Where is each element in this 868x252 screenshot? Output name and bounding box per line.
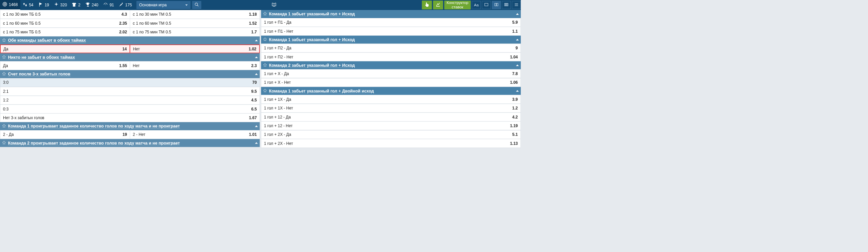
market-header[interactable]: Команда 1 забьет указанный гол + Исход xyxy=(261,10,521,18)
bet-odd: 1.06 xyxy=(510,80,518,85)
collapse-all-button[interactable] xyxy=(512,1,521,9)
layout-3col-icon xyxy=(504,2,508,8)
feature-button-1[interactable] xyxy=(422,1,432,9)
layout-1col-button[interactable] xyxy=(482,1,491,9)
book-button[interactable] xyxy=(270,1,279,9)
markets-content: с 1 по 30 мин ТБ 0.5 4.3 с 1 по 30 мин Т… xyxy=(0,10,521,151)
scope-icon xyxy=(435,2,441,8)
stat-dart[interactable]: 175 xyxy=(117,0,134,10)
bet-odd: 5.9 xyxy=(512,20,518,25)
font-size-control[interactable]: Aa xyxy=(472,1,481,9)
bet-option[interactable]: с 1 по 30 мин ТБ 0.5 4.3 xyxy=(0,10,130,19)
chevron-up-icon xyxy=(255,56,258,58)
market-header[interactable]: Счет после 3-х забитых голов xyxy=(0,70,260,78)
bet-option[interactable]: 2:1 9.5 xyxy=(0,87,260,95)
bet-builder-label: Конструктор ставок xyxy=(447,1,468,9)
bet-option[interactable]: 3:0 70 xyxy=(0,78,260,87)
market-header[interactable]: Команда 1 забьет указанный гол + Исход xyxy=(261,36,521,44)
bet-option[interactable]: 1 гол + Х - Нет 1.06 xyxy=(261,78,521,87)
layout-2col-button[interactable] xyxy=(492,1,501,9)
favorite-star-icon[interactable] xyxy=(263,63,269,68)
market-title: Команда 2 забьет указанный гол + Исход xyxy=(269,63,514,67)
svg-rect-8 xyxy=(506,3,507,6)
dart-icon xyxy=(119,2,124,8)
chevron-up-icon xyxy=(516,39,519,40)
market-header[interactable]: Команда 2 проигрывает заданное количеств… xyxy=(0,139,260,147)
bet-option[interactable]: 2 - Нет 1.01 xyxy=(130,130,260,139)
main-game-dropdown[interactable]: Основная игра xyxy=(136,1,190,9)
bet-option[interactable]: 1 гол + П1 - Нет 1.1 xyxy=(261,27,521,35)
bet-label: 1 гол + 12 - Нет xyxy=(264,124,293,128)
favorite-star-icon[interactable] xyxy=(263,89,269,93)
favorite-star-icon[interactable] xyxy=(2,124,8,129)
stat-value: 240 xyxy=(92,3,98,7)
layout-3col-button[interactable] xyxy=(502,1,511,9)
bet-option[interactable]: 1 гол + П1 - Да 5.9 xyxy=(261,18,521,27)
stat-gauge[interactable]: 91 xyxy=(101,0,117,10)
stat-corner[interactable]: 19 xyxy=(36,0,52,10)
bet-option[interactable]: 1 гол + Х - Да 7.8 xyxy=(261,69,521,78)
bet-option[interactable]: 1 гол + 2Х - Нет 1.13 xyxy=(261,139,521,148)
bet-label: 1 гол + Х - Нет xyxy=(264,80,291,85)
bet-option[interactable]: Да 1.55 xyxy=(0,61,130,70)
favorite-star-icon[interactable] xyxy=(263,37,269,42)
bet-option[interactable]: 1 гол + 12 - Да 4.2 xyxy=(261,113,521,121)
bet-odd: 1.7 xyxy=(251,30,257,34)
stat-shirt[interactable]: 2 xyxy=(69,0,83,10)
bet-option[interactable]: с 1 по 75 мин ТБ 0.5 2.02 xyxy=(0,28,130,36)
search-button[interactable] xyxy=(192,1,201,9)
market-header[interactable]: Команда 1 проигрывает заданное количеств… xyxy=(0,122,260,130)
bet-label: 1 гол + 1Х - Нет xyxy=(264,106,293,111)
bet-option[interactable]: 1 гол + П2 - Да 9 xyxy=(261,44,521,53)
market-header[interactable]: Команда 2 забьет указанный гол + Исход xyxy=(261,61,521,69)
bet-option[interactable]: 1:2 4.5 xyxy=(0,96,260,104)
bet-option[interactable]: 1 гол + 1Х - Да 3.9 xyxy=(261,95,521,103)
bet-option[interactable]: 1 гол + П2 - Нет 1.04 xyxy=(261,53,521,61)
favorite-star-icon[interactable] xyxy=(2,38,8,43)
chevron-down-icon xyxy=(185,4,188,6)
market-header[interactable]: Команда 1 забьет указанный гол + Двойной… xyxy=(261,87,521,95)
stat-star[interactable]: 320 xyxy=(52,0,69,10)
bet-odd: 4.3 xyxy=(122,12,127,17)
bet-odd: 1.52 xyxy=(249,21,257,26)
bet-label: с 1 по 30 мин ТБ 0.5 xyxy=(3,12,41,17)
bet-label: Да xyxy=(3,63,8,68)
bet-option[interactable]: Нет 3-х забитых голов 1.67 xyxy=(0,114,260,122)
market-row-pair: с 1 по 60 мин ТБ 0.5 2.35 с 1 по 60 мин … xyxy=(0,19,260,27)
bet-label: 1 гол + Х - Да xyxy=(264,71,289,76)
bet-option[interactable]: с 1 по 60 мин ТБ 0.5 2.35 xyxy=(0,19,130,27)
bet-label: 2 - Нет xyxy=(133,132,146,137)
bet-option[interactable]: Нет 2.3 xyxy=(130,61,260,70)
favorite-star-icon[interactable] xyxy=(2,72,8,77)
bet-option[interactable]: Да 14 xyxy=(1,45,129,53)
bet-option[interactable]: с 1 по 60 мин ТМ 0.5 1.52 xyxy=(130,19,260,27)
starburst-icon xyxy=(54,2,58,8)
bet-builder-button[interactable]: Конструктор ставок xyxy=(444,1,471,9)
bet-option[interactable]: 1 гол + 1Х - Нет 1.2 xyxy=(261,104,521,113)
layout-1col-icon xyxy=(484,2,488,8)
gauge-icon xyxy=(103,2,108,8)
right-sections: Команда 1 забьет указанный гол + Исход 1… xyxy=(261,10,521,148)
stat-trophy[interactable]: 240 xyxy=(83,0,101,10)
flag-icon xyxy=(38,2,43,8)
bet-option[interactable]: с 1 по 75 мин ТМ 0.5 1.7 xyxy=(130,28,260,36)
favorite-star-icon[interactable] xyxy=(2,140,8,146)
bet-option[interactable]: с 1 по 30 мин ТМ 0.5 1.18 xyxy=(130,10,260,19)
market-header[interactable]: Обе команды забьют в обоих таймах xyxy=(0,36,260,44)
bet-odd: 19 xyxy=(123,132,127,137)
market-header[interactable]: Никто не забьет в обоих таймах xyxy=(0,54,260,61)
feature-button-2[interactable] xyxy=(433,1,443,9)
bet-label: с 1 по 60 мин ТМ 0.5 xyxy=(133,21,171,26)
bet-odd: 7.8 xyxy=(512,71,518,76)
favorite-star-icon[interactable] xyxy=(2,55,8,60)
stat-swap[interactable]: 54 xyxy=(20,0,36,10)
bet-option[interactable]: Нет 1.02 xyxy=(129,45,259,53)
bet-option[interactable]: 1 гол + 12 - Нет 1.19 xyxy=(261,122,521,130)
bet-option[interactable]: 1 гол + 2Х - Да 5.1 xyxy=(261,130,521,139)
svg-point-3 xyxy=(195,3,198,6)
stat-target[interactable]: 1468 xyxy=(0,0,20,10)
bet-option[interactable]: 0:3 6.5 xyxy=(0,104,260,113)
favorite-star-icon[interactable] xyxy=(263,12,269,17)
bet-odd: 1.2 xyxy=(512,106,518,111)
bet-option[interactable]: 2 - Да 19 xyxy=(0,130,130,139)
